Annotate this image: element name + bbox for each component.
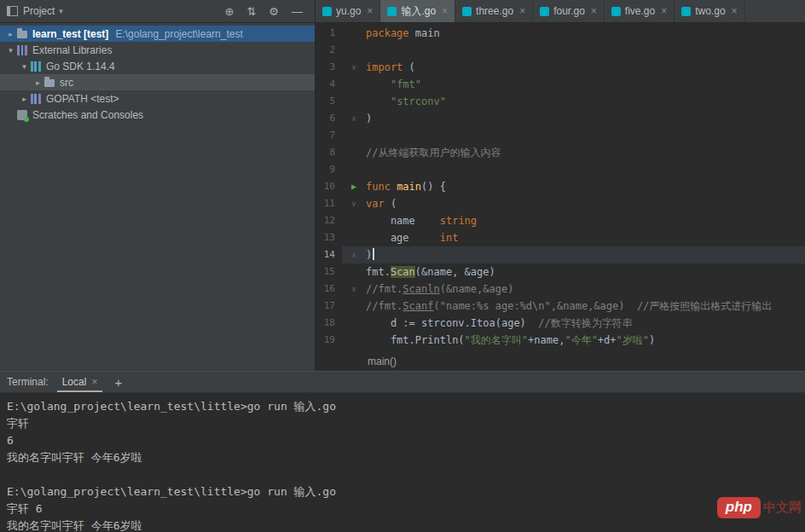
code-line[interactable]: 11∨var ( [316, 195, 805, 212]
settings-gear-icon[interactable]: ⚙ [269, 5, 279, 18]
top-bar: Project ▾ ⊕⇅⚙— yu.go×输入.go×three.go×four… [0, 0, 805, 23]
tab-close-icon[interactable]: × [591, 5, 597, 17]
gutter-spacer [342, 315, 366, 332]
tree-item[interactable]: ▸GOPATH <test> [0, 90, 315, 107]
gutter-spacer [342, 127, 366, 144]
tree-item[interactable]: ▸src [0, 74, 315, 90]
code-line[interactable]: 14∧) [316, 246, 805, 263]
line-number: 16 [316, 280, 342, 298]
tree-item[interactable]: ▾Go SDK 1.14.4 [0, 58, 315, 74]
gutter-spacer [342, 212, 366, 229]
tree-item[interactable]: Scratches and Consoles [0, 107, 315, 123]
code-line[interactable]: 15fmt.Scan(&name, &age) [316, 263, 805, 280]
code-line-body: ▶func main() { [342, 178, 805, 195]
editor-tab[interactable]: yu.go× [316, 0, 380, 22]
chevron-collapsed-icon[interactable]: ▸ [32, 78, 43, 87]
code-line[interactable]: 19 fmt.Println("我的名字叫"+name,"今年"+d+"岁啦") [316, 332, 805, 349]
scratch-icon [17, 110, 27, 120]
code-line[interactable]: 18 d := strconv.Itoa(age) //数字转换为字符串 [316, 315, 805, 332]
code-line[interactable]: 8//从终端获取用户的输入内容 [316, 144, 805, 161]
chevron-collapsed-icon[interactable]: ▸ [19, 95, 30, 103]
editor-tab[interactable]: five.go× [605, 0, 675, 22]
terminal-output[interactable]: E:\golang_project\learn_test\little>go r… [0, 393, 805, 532]
code-line[interactable]: 17//fmt.Scanf("name:%s age:%d\n",&name,&… [316, 298, 805, 315]
breadcrumb-main[interactable]: main() [368, 356, 397, 367]
lib-icon [31, 94, 41, 104]
go-file-icon [611, 7, 621, 16]
line-number: 19 [316, 332, 342, 349]
run-main-icon[interactable]: ▶ [342, 178, 366, 195]
editor-tab[interactable]: two.go× [675, 0, 744, 22]
editor-tab[interactable]: four.go× [533, 0, 605, 22]
gutter-spacer [342, 161, 366, 178]
code-line[interactable]: 5 "strconv" [316, 93, 805, 110]
tab-close-icon[interactable]: × [442, 5, 448, 17]
tree-item-label: Scratches and Consoles [32, 109, 143, 121]
gutter-spacer [342, 93, 366, 110]
code-line[interactable]: 7 [316, 127, 805, 144]
gutter-spacer [342, 144, 366, 161]
fold-marker-icon[interactable]: ∨ [342, 59, 366, 76]
code-line-body: fmt.Println("我的名字叫"+name,"今年"+d+"岁啦") [342, 332, 805, 349]
chevron-collapsed-icon[interactable]: ▸ [5, 30, 16, 38]
code-line-body: //fmt.Scanf("name:%s age:%d\n",&name,&ag… [342, 298, 805, 315]
code-line-body [342, 127, 805, 144]
tab-close-icon[interactable]: × [732, 5, 738, 17]
editor-tab[interactable]: 输入.go× [380, 0, 455, 22]
project-view-dropdown[interactable]: Project ▾ [23, 5, 63, 17]
code-line[interactable]: 3∨import ( [316, 59, 805, 76]
collapse-all-icon[interactable]: ⇅ [246, 5, 256, 18]
fold-marker-icon[interactable]: ∧ [342, 246, 366, 263]
sdk-icon [31, 61, 41, 72]
code-text: //fmt.Scanln(&name,&age) [366, 280, 513, 298]
code-text: "fmt" [366, 76, 421, 93]
editor-pane[interactable]: 1package main23∨import (4 "fmt"5 "strcon… [316, 23, 805, 371]
editor-tab[interactable]: three.go× [455, 0, 533, 22]
add-terminal-icon[interactable]: + [114, 375, 122, 390]
terminal-line: E:\golang_project\learn_test\little>go r… [7, 483, 798, 500]
fold-marker-icon[interactable]: ∨ [342, 280, 366, 298]
locate-file-icon[interactable]: ⊕ [225, 5, 235, 18]
code-line[interactable]: 12 name string [316, 212, 805, 229]
chevron-expanded-icon[interactable]: ▾ [5, 46, 16, 55]
line-number: 14 [316, 246, 342, 263]
line-number: 5 [316, 93, 342, 110]
fold-marker-icon[interactable]: ∧ [342, 110, 366, 127]
code-text: fmt.Scan(&name, &age) [366, 263, 495, 280]
hide-panel-icon[interactable]: — [292, 5, 303, 18]
code-editor[interactable]: 1package main23∨import (4 "fmt"5 "strcon… [316, 23, 805, 349]
close-icon[interactable]: × [91, 376, 97, 388]
code-line-body: ∧) [342, 110, 805, 127]
tab-label: two.go [695, 5, 725, 17]
code-line[interactable]: 9 [316, 161, 805, 178]
line-number: 9 [316, 161, 342, 178]
tree-item[interactable]: ▾External Libraries [0, 42, 315, 58]
tab-label: 输入.go [401, 4, 436, 19]
code-line[interactable]: 16∨//fmt.Scanln(&name,&age) [316, 280, 805, 298]
code-line-body: ∨import ( [342, 59, 805, 76]
terminal-panel: Terminal: Local × + E:\golang_project\le… [0, 371, 805, 532]
tab-close-icon[interactable]: × [519, 5, 525, 17]
terminal-tab-local[interactable]: Local × [57, 372, 103, 392]
code-line[interactable]: 6∧) [316, 110, 805, 127]
code-line[interactable]: 13 age int [316, 229, 805, 246]
tree-item[interactable]: ▸learn_test [test]E:\golang_project\lear… [0, 26, 315, 42]
line-number: 11 [316, 195, 342, 212]
terminal-line: 宇轩 6 [7, 500, 798, 518]
code-line[interactable]: 2 [316, 42, 805, 59]
code-line[interactable]: 10▶func main() { [316, 178, 805, 195]
tab-close-icon[interactable]: × [661, 5, 667, 17]
chevron-expanded-icon[interactable]: ▾ [19, 62, 30, 71]
tab-close-icon[interactable]: × [367, 5, 373, 17]
fold-marker-icon[interactable]: ∨ [342, 195, 366, 212]
project-panel-header: Project ▾ ⊕⇅⚙— [0, 0, 316, 22]
line-number: 4 [316, 76, 342, 93]
breadcrumb[interactable]: main() [316, 352, 805, 371]
php-watermark: php 中文网 [717, 497, 802, 518]
terminal-line: 我的名字叫宇轩 今年6岁啦 [7, 449, 798, 466]
code-line[interactable]: 1package main [316, 25, 805, 42]
line-number: 10 [316, 178, 342, 195]
project-sidebar: ▸learn_test [test]E:\golang_project\lear… [0, 23, 316, 371]
line-number: 7 [316, 127, 342, 144]
code-line[interactable]: 4 "fmt" [316, 76, 805, 93]
